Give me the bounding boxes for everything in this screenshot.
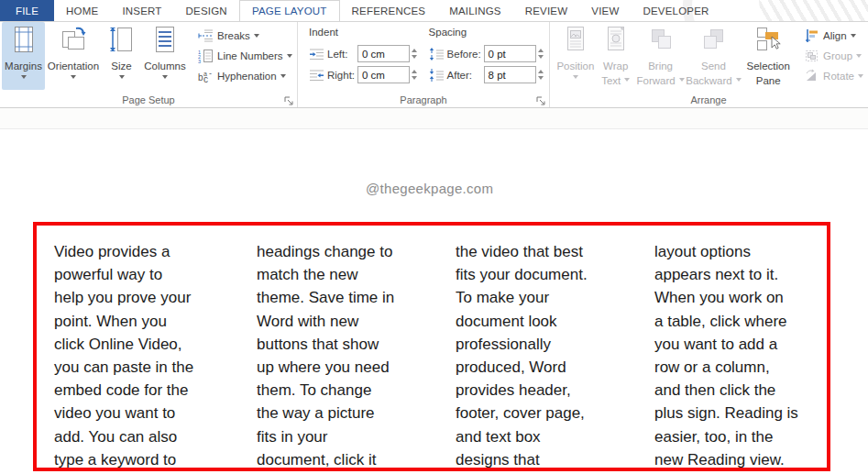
tab-review[interactable]: REVIEW [513, 0, 580, 21]
dropdown-arrow-icon [71, 75, 76, 79]
selection-pane-button[interactable]: Selection Pane [742, 22, 794, 90]
tab-insert[interactable]: INSERT [110, 0, 173, 21]
svg-text:c: c [203, 74, 208, 83]
margins-icon [9, 25, 38, 58]
dropdown-arrow-icon [851, 34, 856, 38]
position-button[interactable]: Position [556, 22, 595, 90]
ribbon-tab-bar: FILE HOME INSERT DESIGN PAGE LAYOUT REFE… [0, 0, 868, 22]
word-window: FILE HOME INSERT DESIGN PAGE LAYOUT REFE… [0, 0, 868, 474]
dropdown-arrow-icon [162, 75, 168, 79]
bring-forward-label-line1: Bring [648, 61, 673, 72]
group-label-page-setup: Page Setup [0, 94, 297, 105]
selection-pane-label-line1: Selection [747, 61, 790, 72]
send-backward-label-line2: Backward [686, 75, 732, 87]
dropdown-arrow-icon [736, 78, 742, 82]
spacing-after-label: After: [447, 70, 484, 81]
columns-icon [150, 25, 180, 58]
group-objects-icon [804, 49, 819, 63]
tab-view[interactable]: VIEW [579, 0, 631, 21]
tab-design[interactable]: DESIGN [174, 0, 239, 21]
selection-pane-label-line2: Pane [756, 75, 781, 87]
indent-right-input[interactable]: 0 cm [357, 66, 410, 83]
position-icon [561, 25, 590, 58]
red-annotation-rectangle [33, 222, 830, 471]
tab-references[interactable]: REFERENCES [340, 0, 438, 21]
spacing-after-input[interactable]: 8 pt [484, 66, 536, 83]
columns-button[interactable]: Columns [141, 22, 189, 90]
group-label-arrange: Arrange [550, 94, 867, 105]
decor-stripes-icon [759, 0, 868, 21]
dropdown-arrow-icon [287, 54, 292, 58]
margins-label: Margins [5, 61, 42, 72]
indent-left-input[interactable]: 0 cm [357, 45, 410, 62]
indent-header: Indent [309, 27, 425, 38]
spacing-header: Spacing [429, 27, 549, 38]
size-button[interactable]: Size [102, 22, 141, 90]
spacing-before-icon [429, 47, 445, 61]
wrap-text-label-line2: Text [601, 75, 621, 87]
send-backward-label-line1: Send [701, 61, 726, 72]
wrap-text-icon [601, 25, 631, 58]
tab-file[interactable]: FILE [0, 0, 54, 21]
spacing-after-icon [429, 68, 445, 83]
spacing-before-stepper[interactable] [538, 45, 544, 62]
paragraph-dialog-launcher[interactable] [535, 94, 546, 105]
selection-pane-icon [753, 25, 783, 58]
indent-right-stepper[interactable] [412, 66, 417, 83]
spacing-before-label: Before: [447, 49, 484, 60]
group-button[interactable]: Group [800, 46, 867, 66]
size-label: Size [111, 61, 131, 72]
align-button[interactable]: Align [800, 26, 867, 46]
rotate-icon [804, 69, 819, 83]
breaks-icon [198, 28, 214, 43]
send-backward-button[interactable]: Send Backward [685, 22, 743, 90]
group-page-setup: Margins Orientation Size [0, 21, 298, 107]
group-label: Group [823, 50, 852, 61]
send-backward-icon [698, 25, 728, 58]
indent-right-label: Right: [327, 70, 357, 81]
page-setup-dialog-launcher[interactable] [283, 94, 294, 105]
group-paragraph: Indent Left: 0 cm Right: [298, 21, 550, 107]
breaks-button[interactable]: Breaks [194, 26, 296, 46]
dropdown-arrow-icon [119, 75, 125, 79]
spacing-after-stepper[interactable] [538, 66, 544, 83]
wrap-text-button[interactable]: Wrap Text [595, 22, 637, 90]
indent-left-icon [309, 47, 324, 61]
rotate-button[interactable]: Rotate [800, 66, 867, 86]
tab-page-layout[interactable]: PAGE LAYOUT [239, 0, 340, 21]
dropdown-arrow-icon [254, 34, 259, 38]
group-label-paragraph: Paragraph [298, 94, 549, 105]
hyphenation-icon: bac- [198, 69, 214, 83]
orientation-icon [59, 25, 88, 58]
orientation-label: Orientation [48, 61, 99, 72]
breaks-label: Breaks [217, 30, 250, 41]
document-canvas[interactable]: @thegeekpage.com Video provides a powerf… [0, 108, 868, 474]
watermark-text: @thegeekpage.com [366, 181, 493, 196]
spacing-before-input[interactable]: 0 pt [484, 45, 536, 62]
bring-forward-icon [646, 25, 676, 58]
bring-forward-button[interactable]: Bring Forward [637, 22, 685, 90]
rotate-label: Rotate [823, 71, 854, 82]
hyphenation-label: Hyphenation [217, 71, 277, 82]
orientation-button[interactable]: Orientation [45, 22, 102, 90]
group-arrange: Position Wrap Text Bring Forward [550, 21, 867, 107]
line-numbers-label: Line Numbers [217, 50, 283, 61]
document-top-margin [0, 108, 868, 129]
dropdown-arrow-icon [856, 54, 862, 58]
dropdown-arrow-icon [280, 74, 286, 78]
indent-left-stepper[interactable] [412, 45, 417, 62]
dropdown-arrow-icon [21, 75, 27, 79]
dropdown-arrow-icon [858, 74, 863, 78]
hyphenation-button[interactable]: bac- Hyphenation [194, 66, 296, 86]
margins-button[interactable]: Margins [2, 22, 45, 90]
tab-developer[interactable]: DEVELOPER [631, 0, 720, 21]
line-numbers-icon: 123 [198, 49, 214, 63]
size-icon [107, 25, 137, 58]
align-icon [804, 28, 819, 43]
tab-mailings[interactable]: MAILINGS [437, 0, 513, 21]
svg-text:3: 3 [198, 59, 201, 64]
tab-home[interactable]: HOME [54, 0, 110, 21]
line-numbers-button[interactable]: 123 Line Numbers [194, 46, 296, 66]
wrap-text-label-line1: Wrap [603, 61, 628, 72]
indent-right-icon [309, 68, 324, 83]
